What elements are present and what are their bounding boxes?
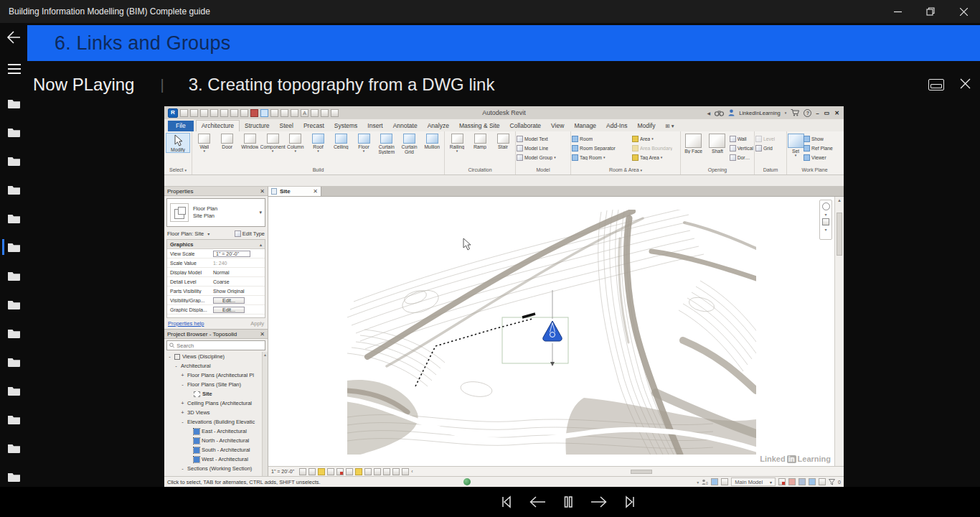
tree-item-views-discipline-[interactable]: -Views (Discipline) xyxy=(164,352,268,361)
ribbon-button-model-text[interactable]: Model Text xyxy=(517,134,570,144)
design-options-icon[interactable] xyxy=(721,478,728,485)
property-value[interactable]: Edit... xyxy=(212,297,265,304)
press-drag-icon[interactable] xyxy=(788,478,796,485)
ribbon-tab-steel[interactable]: Steel xyxy=(275,121,298,131)
filter-icon[interactable] xyxy=(829,479,835,485)
sidebar-folder[interactable] xyxy=(0,146,27,175)
quick-access-toolbar[interactable]: RA xyxy=(168,108,339,118)
skip-previous-button[interactable] xyxy=(497,493,516,511)
expand-icon[interactable] xyxy=(402,468,409,475)
chevron-up-icon[interactable]: ▴ xyxy=(260,242,262,247)
ribbon-tab-annotate[interactable]: Annotate xyxy=(388,121,423,131)
ribbon-tab-insert[interactable]: Insert xyxy=(362,121,387,131)
canvas[interactable]: ▾ ▾ ▴ LinkedinLearning xyxy=(268,197,844,466)
tree-item-floor-plans-site-plan-[interactable]: -Floor Plans (Site Plan) xyxy=(164,380,268,389)
search-box[interactable] xyxy=(166,340,265,350)
ribbon-tab-structure[interactable]: Structure xyxy=(240,121,275,131)
ribbon-button-railing[interactable]: Railing▾ xyxy=(446,133,468,153)
tree-scrollbar[interactable]: ▴ xyxy=(262,352,268,476)
revit-close-icon[interactable]: ✕ xyxy=(834,110,840,116)
group-label-room-area[interactable]: Room & Area ▾ xyxy=(571,167,680,174)
view-scale[interactable]: 1" = 20'-0" xyxy=(271,469,294,474)
select-pinned-icon[interactable] xyxy=(809,478,816,485)
group-label-build[interactable]: Build xyxy=(192,167,444,174)
property-row[interactable]: Display ModelNormal xyxy=(167,268,265,277)
navigation-bar[interactable]: ▾ ▾ xyxy=(819,200,832,240)
chevron-down-icon[interactable]: ▾ xyxy=(824,227,826,232)
ribbon-tab-massing-site[interactable]: Massing & Site xyxy=(454,121,505,131)
tree-item-east-architectural[interactable]: East - Architectural xyxy=(164,427,268,436)
edit-type-button[interactable]: Edit Type xyxy=(235,230,265,237)
text-icon[interactable]: A xyxy=(301,109,308,117)
property-row[interactable]: Detail LevelCoarse xyxy=(167,277,265,287)
ribbon-button-ref-plane[interactable]: Ref Plane xyxy=(804,144,842,153)
sidebar-folder[interactable] xyxy=(0,233,27,261)
redo-icon[interactable] xyxy=(230,109,238,117)
group-label-select[interactable]: Select ▾ xyxy=(164,167,192,174)
chevron-down-icon[interactable]: ▾ xyxy=(824,212,826,217)
minimize-button[interactable] xyxy=(881,0,914,23)
ribbon-tab-view[interactable]: View xyxy=(546,121,569,131)
ribbon-tab-architecture[interactable]: Architecture xyxy=(196,120,240,131)
select-links-icon[interactable] xyxy=(798,478,806,485)
property-value[interactable]: 1" = 20'-0" xyxy=(212,251,265,257)
collapse-arrow-icon[interactable]: ◀ xyxy=(707,111,711,116)
close-button[interactable] xyxy=(947,0,980,23)
sidebar-folder[interactable] xyxy=(0,376,27,405)
ribbon-button-by-face[interactable]: By Face xyxy=(682,133,705,154)
back-button[interactable] xyxy=(0,25,27,57)
switch-windows-icon[interactable] xyxy=(180,109,188,117)
sidebar-folder[interactable] xyxy=(0,434,27,462)
property-value[interactable]: Edit... xyxy=(212,307,265,313)
tree-item-ceiling-plans-architectural[interactable]: +Ceiling Plans (Architectural xyxy=(164,399,268,408)
skip-next-button[interactable] xyxy=(621,493,639,511)
ribbon-tab-manage[interactable]: Manage xyxy=(569,121,601,131)
aligned-dimension-icon[interactable] xyxy=(281,109,288,117)
ribbon-tab-modify[interactable]: Modify xyxy=(632,121,660,131)
group-label-model[interactable]: Model xyxy=(516,167,570,174)
reveal-constraints-icon[interactable] xyxy=(374,468,381,475)
property-row[interactable]: Graphic Displa...Edit... xyxy=(167,305,265,315)
restore-button[interactable] xyxy=(914,0,947,23)
properties-help-link[interactable]: Properties help xyxy=(168,320,204,327)
tree-item-west-architectural[interactable]: West - Architectural xyxy=(164,455,268,464)
revit-restore-icon[interactable]: ▭ xyxy=(824,110,831,116)
account-name[interactable]: LinkedInLearning xyxy=(739,110,781,116)
tag-icon[interactable] xyxy=(291,109,298,117)
ribbon-button-model-line[interactable]: Model Line xyxy=(517,144,570,153)
collapse-icon[interactable]: ‹ xyxy=(411,469,413,474)
crop-icon[interactable] xyxy=(346,468,353,475)
main-model-dropdown[interactable]: Main Model▾ xyxy=(731,478,776,486)
sidebar-folder[interactable] xyxy=(0,118,27,146)
thin-lines-icon[interactable] xyxy=(331,109,339,117)
ribbon-button-grid[interactable]: Grid xyxy=(755,144,786,153)
ribbon-button-wall[interactable]: Wall▾ xyxy=(193,133,216,153)
worksets-icon[interactable] xyxy=(711,478,718,485)
ribbon-button-shaft[interactable]: Shaft xyxy=(705,133,729,154)
sidebar-folder[interactable] xyxy=(0,290,27,319)
ribbon-button-wall[interactable]: Wall xyxy=(730,134,753,144)
view-tab-site[interactable]: Site ✕ xyxy=(268,187,321,196)
ribbon-tab-analyze[interactable]: Analyze xyxy=(423,121,454,131)
select-underlay-icon[interactable] xyxy=(819,478,826,485)
revit-logo-icon[interactable]: R xyxy=(168,108,178,118)
zoom-icon[interactable] xyxy=(822,218,829,225)
vertical-scrollbar[interactable]: ▴ xyxy=(834,197,844,466)
menu-button[interactable] xyxy=(5,61,24,77)
shaded-icon[interactable] xyxy=(308,468,316,475)
select-highlight-icon[interactable] xyxy=(260,109,268,117)
ribbon-button-tag-area[interactable]: Tag Area▾ xyxy=(632,153,679,162)
ribbon-button-door[interactable]: Door xyxy=(216,133,239,149)
group-label-work-plane[interactable]: Work Plane xyxy=(787,167,842,174)
ribbon-button-ceiling[interactable]: Ceiling xyxy=(329,133,352,149)
sidebar-folder[interactable] xyxy=(0,204,27,233)
ribbon-button-stair[interactable]: Stair xyxy=(491,133,514,149)
tree-item-sections-working-section-[interactable]: -Sections (Working Section) xyxy=(164,464,268,473)
apply-button[interactable]: Apply xyxy=(250,320,264,327)
chevron-down-icon[interactable]: ▾ xyxy=(697,480,699,485)
section-graphics[interactable]: Graphics xyxy=(170,241,194,248)
print-icon[interactable] xyxy=(240,109,248,117)
cart-icon[interactable] xyxy=(791,109,799,116)
tree-item-elevations-building-elevatic[interactable]: -Elevations (Building Elevatic xyxy=(164,417,268,427)
tree-item-architectural[interactable]: -Architectural xyxy=(164,361,268,371)
